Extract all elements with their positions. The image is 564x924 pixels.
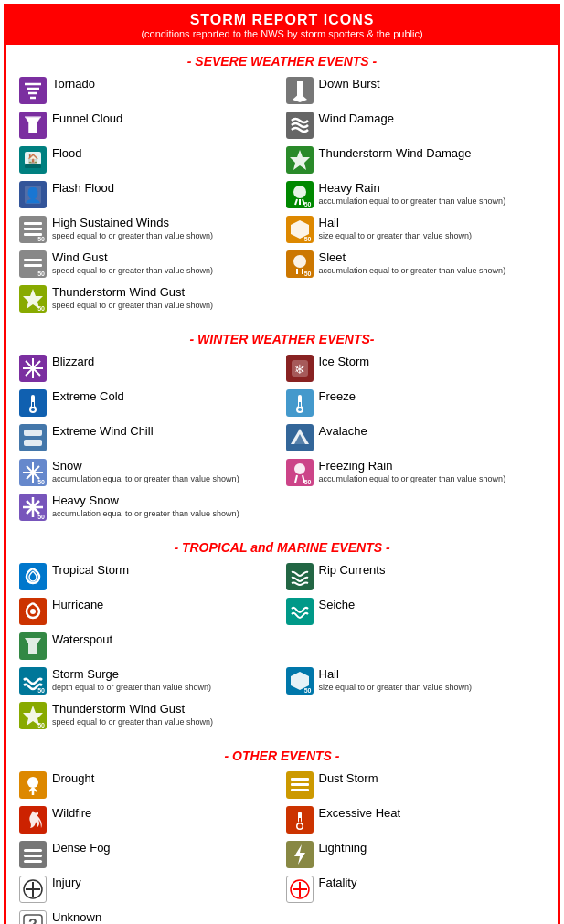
list-item: 50 Heavy Snow accumulation equal to or g…	[16, 491, 282, 524]
list-item: Dense Fog	[16, 838, 282, 871]
hail-marine-label: Hail	[319, 667, 473, 683]
svg-rect-13	[24, 228, 42, 230]
extreme-wc-text: Extreme Wind Chill	[52, 424, 154, 440]
svg-text:❄: ❄	[294, 362, 305, 377]
wind-gust-icon: 50	[19, 250, 47, 278]
dust-storm-text: Dust Storm	[319, 771, 378, 787]
tstorm-wg-text: Thunderstorm Wind Gust speed equal to or…	[52, 285, 213, 311]
svg-rect-12	[24, 222, 42, 225]
waterspout-label: Waterspout	[52, 632, 112, 648]
freeze-label: Freeze	[319, 389, 356, 405]
tropical-section-title: - TROPICAL and MARINE EVENTS -	[6, 531, 558, 560]
extreme-wc-icon	[19, 424, 47, 451]
list-item: Extreme Cold	[16, 387, 282, 420]
tstorm-wg-icon: 50	[19, 285, 47, 313]
extreme-cold-text: Extreme Cold	[52, 389, 124, 405]
heavy-rain-note: accumulation equal to or greater than va…	[319, 196, 506, 207]
flash-flood-text: Flash Flood	[52, 181, 114, 196]
heavy-snow-note: accumulation equal to or greater than va…	[52, 509, 239, 519]
list-item: Lightning	[282, 838, 549, 871]
svg-rect-36	[24, 430, 42, 436]
sleet-label: Sleet	[319, 250, 506, 266]
waterspout-text: Waterspout	[52, 632, 112, 648]
svg-marker-68	[294, 844, 305, 865]
hail-marine-note: size equal to or greater than value show…	[319, 683, 473, 693]
excessive-heat-icon	[286, 806, 314, 834]
wildfire-label: Wildfire	[52, 806, 91, 822]
list-item-spacer	[282, 630, 549, 663]
rip-currents-icon	[286, 563, 314, 590]
svg-point-8	[293, 186, 306, 198]
hail-icon: 50	[286, 216, 314, 243]
hail-marine-text: Hail size equal to or greater than value…	[319, 667, 473, 693]
freezing-rain-label: Freezing Rain	[319, 459, 506, 474]
heavy-snow-text: Heavy Snow accumulation equal to or grea…	[52, 494, 239, 519]
freezing-rain-icon: 50	[286, 459, 314, 486]
tropical-storm-label: Tropical Storm	[52, 563, 129, 579]
wind-gust-note: speed equal to or greater than value sho…	[52, 266, 213, 276]
dense-fog-text: Dense Fog	[52, 841, 111, 856]
seiche-label: Seiche	[319, 598, 356, 613]
list-item: 50 Hail size equal to or greater than va…	[282, 213, 549, 246]
svg-rect-35	[299, 402, 301, 407]
hurricane-icon	[19, 598, 47, 625]
list-item: Dust Storm	[282, 769, 549, 802]
high-winds-text: High Sustained Winds speed equal to or g…	[52, 216, 213, 241]
freeze-text: Freeze	[319, 389, 356, 405]
header: STORM REPORT ICONS (conditions reported …	[6, 6, 558, 45]
svg-rect-66	[24, 855, 42, 857]
list-item: Fatality	[282, 873, 549, 906]
heavy-rain-label: Heavy Rain	[319, 181, 506, 196]
list-item: Freeze	[282, 387, 549, 420]
svg-point-51	[30, 609, 36, 614]
list-item: 👤 Flash Flood	[16, 178, 282, 211]
extreme-cold-icon	[19, 389, 47, 417]
tstorm-wg2-label: Thunderstorm Wind Gust	[52, 702, 213, 717]
storm-surge-note: depth equal to or greater than value sho…	[52, 683, 211, 693]
high-winds-icon: 50	[19, 216, 47, 243]
tstorm-wg2-text: Thunderstorm Wind Gust speed equal to or…	[52, 702, 213, 728]
other-items-grid: Drought Dust Storm Wildfire	[6, 769, 558, 924]
tstorm-wg-label: Thunderstorm Wind Gust	[52, 285, 213, 301]
severe-section-title: - SEVERE WEATHER EVENTS -	[6, 45, 558, 74]
heavy-rain-text: Heavy Rain accumulation equal to or grea…	[319, 181, 506, 207]
list-item: Injury	[16, 873, 282, 906]
wind-gust-text: Wind Gust speed equal to or greater than…	[52, 250, 213, 276]
list-item: 50 Thunderstorm Wind Gust speed equal to…	[16, 699, 282, 732]
snow-note: accumulation equal to or greater than va…	[52, 474, 239, 484]
drought-label: Drought	[52, 771, 94, 787]
ice-storm-icon: ❄	[286, 355, 314, 382]
high-winds-note: speed equal to or greater than value sho…	[52, 231, 213, 241]
list-item: 50 Thunderstorm Wind Gust speed equal to…	[16, 282, 282, 315]
svg-rect-17	[24, 264, 42, 267]
excessive-heat-text: Excessive Heat	[319, 806, 401, 822]
list-item: 50 Storm Surge depth equal to or greater…	[16, 664, 282, 697]
freezing-rain-text: Freezing Rain accumulation equal to or g…	[319, 459, 506, 484]
dust-storm-icon	[286, 771, 314, 799]
rip-currents-text: Rip Currents	[319, 563, 386, 579]
svg-text:?: ?	[28, 917, 37, 924]
funnel-text: Funnel Cloud	[52, 112, 122, 127]
svg-rect-59	[291, 783, 309, 786]
svg-text:🏠: 🏠	[27, 153, 39, 165]
flood-icon: 🏠	[19, 146, 47, 174]
dense-fog-label: Dense Fog	[52, 841, 111, 856]
flood-label: Flood	[52, 146, 82, 162]
svg-rect-65	[24, 849, 42, 852]
extreme-wc-label: Extreme Wind Chill	[52, 424, 154, 440]
tstorm-wg-note: speed equal to or greater than value sho…	[52, 301, 213, 311]
hurricane-label: Hurricane	[52, 598, 103, 613]
hurricane-text: Hurricane	[52, 598, 103, 613]
blizzard-icon	[19, 355, 47, 382]
svg-rect-67	[24, 860, 42, 863]
downburst-text: Down Burst	[319, 77, 380, 92]
waterspout-icon	[19, 632, 47, 660]
svg-point-54	[27, 777, 38, 788]
rip-currents-label: Rip Currents	[319, 563, 386, 579]
list-item: Down Burst	[282, 74, 549, 107]
flash-flood-label: Flash Flood	[52, 181, 114, 196]
blizzard-label: Blizzard	[52, 355, 94, 370]
sleet-text: Sleet accumulation equal to or greater t…	[319, 250, 506, 276]
svg-marker-5	[290, 150, 310, 170]
unknown-text: Unknown	[52, 910, 101, 924]
